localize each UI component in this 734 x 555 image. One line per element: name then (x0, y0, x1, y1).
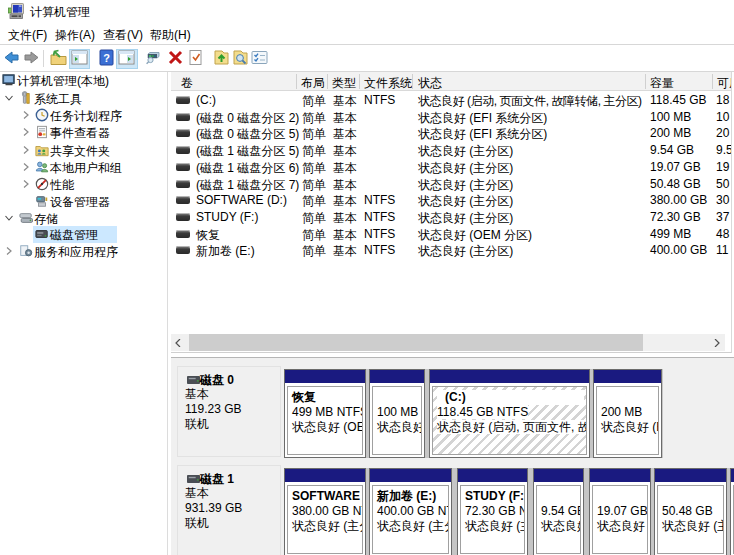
svg-text:?: ? (103, 52, 110, 64)
